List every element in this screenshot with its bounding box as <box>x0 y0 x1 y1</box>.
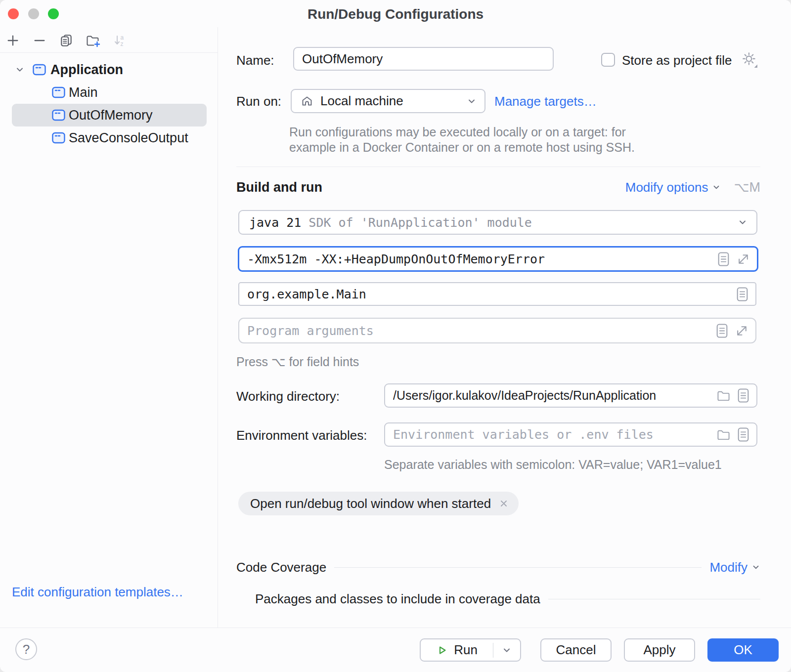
working-directory-label: Working directory: <box>236 389 340 404</box>
run-on-help-text: Run configurations may be executed local… <box>289 125 635 155</box>
gear-icon <box>742 51 757 68</box>
name-field <box>293 47 554 71</box>
environment-variables-hint: Separate variables with semicolon: VAR=v… <box>384 457 722 472</box>
chevron-down-icon <box>502 645 512 655</box>
tree-node-outofmemory-selected[interactable]: OutOfMemory <box>12 104 207 126</box>
chevron-down-icon <box>751 563 760 572</box>
jre-select[interactable]: java 21 SDK of 'RunApplication' module <box>238 210 757 235</box>
footer: ? Run Cancel Apply OK <box>0 628 791 672</box>
copy-icon <box>59 34 73 47</box>
code-coverage-title: Code Coverage <box>236 560 326 575</box>
macros-list-icon[interactable] <box>716 323 728 338</box>
new-folder-icon <box>86 34 100 47</box>
coverage-modify-link[interactable]: Modify <box>709 560 760 575</box>
tree-node-label: OutOfMemory <box>69 108 153 123</box>
tree-node-application[interactable]: Application <box>0 58 123 81</box>
chevron-down-icon[interactable] <box>15 65 25 75</box>
add-configuration-button[interactable] <box>4 32 22 49</box>
svg-text:z: z <box>121 41 124 47</box>
minus-icon <box>33 34 46 47</box>
remove-configuration-button[interactable] <box>31 32 48 49</box>
tree-node-main[interactable]: Main <box>0 81 98 104</box>
application-icon <box>52 109 65 121</box>
name-input[interactable] <box>294 48 553 70</box>
remove-tag-button[interactable] <box>499 499 509 508</box>
run-button[interactable]: Run <box>421 639 493 661</box>
program-arguments-input[interactable] <box>239 319 716 342</box>
close-icon <box>499 499 509 508</box>
cancel-button[interactable]: Cancel <box>540 638 612 662</box>
section-rule <box>334 567 702 568</box>
modify-options-shortcut: ⌥M <box>734 179 760 195</box>
run-on-value: Local machine <box>320 93 403 109</box>
vm-options-field <box>238 246 758 272</box>
macros-list-icon[interactable] <box>717 252 730 267</box>
open-tool-window-tag: Open run/debug tool window when started <box>238 492 519 515</box>
program-arguments-field <box>238 318 756 343</box>
svg-text:a: a <box>121 34 124 41</box>
toolbar-divider <box>0 52 218 53</box>
chevron-down-icon <box>712 183 721 192</box>
local-machine-icon <box>301 95 313 108</box>
run-debug-configurations-dialog: Run/Debug Configurations <box>0 0 791 672</box>
sidebar-toolbar: a z <box>4 30 129 51</box>
environment-variables-input[interactable] <box>385 423 717 446</box>
application-icon <box>52 86 65 98</box>
apply-button[interactable]: Apply <box>624 638 695 662</box>
vm-options-input[interactable] <box>239 248 717 270</box>
modify-options-label: Modify options <box>625 180 708 195</box>
main-class-field <box>238 282 756 306</box>
manage-targets-link[interactable]: Manage targets… <box>494 94 597 109</box>
edit-configuration-templates-link[interactable]: Edit configuration templates… <box>12 585 183 600</box>
coverage-packages-row: Packages and classes to include in cover… <box>255 589 760 609</box>
help-button[interactable]: ? <box>15 638 37 660</box>
jre-value: java 21 <box>249 215 301 230</box>
working-directory-input[interactable] <box>385 384 717 407</box>
name-label: Name: <box>236 53 274 68</box>
question-mark-icon: ? <box>23 642 30 657</box>
run-on-select[interactable]: Local machine <box>291 89 485 113</box>
environment-variables-field <box>384 422 757 447</box>
coverage-packages-label: Packages and classes to include in cover… <box>255 591 540 607</box>
ok-button[interactable]: OK <box>707 638 779 662</box>
browse-folder-icon[interactable] <box>717 428 730 441</box>
titlebar: Run/Debug Configurations <box>0 0 791 27</box>
modify-options-link[interactable]: Modify options <box>625 180 721 195</box>
new-folder-button[interactable] <box>84 32 102 49</box>
field-hints-text: Press ⌥ for field hints <box>236 354 359 370</box>
plus-icon <box>6 34 20 47</box>
store-as-project-file-checkbox[interactable] <box>601 53 615 67</box>
sort-az-icon: a z <box>113 34 127 47</box>
environment-variables-label: Environment variables: <box>236 428 367 443</box>
section-rule <box>548 599 760 599</box>
browse-class-icon[interactable] <box>736 287 748 302</box>
chevron-down-icon <box>467 96 477 106</box>
tree-node-label: Main <box>69 85 98 100</box>
store-as-project-file-label: Store as project file <box>622 53 732 68</box>
build-and-run-title: Build and run <box>236 180 322 195</box>
code-coverage-section: Code Coverage Modify <box>236 557 760 577</box>
tree-node-saveconsoleoutput[interactable]: SaveConsoleOutput <box>0 126 188 149</box>
tree-node-label: Application <box>50 62 123 78</box>
sort-configurations-button[interactable]: a z <box>111 32 129 49</box>
build-and-run-header: Build and run Modify options ⌥M <box>236 178 760 197</box>
run-split-button: Run <box>420 638 521 662</box>
variables-list-icon[interactable] <box>737 427 749 442</box>
tag-label: Open run/debug tool window when started <box>250 496 491 511</box>
application-icon <box>33 64 46 76</box>
copy-configuration-button[interactable] <box>57 32 75 49</box>
run-options-button[interactable] <box>493 639 520 661</box>
run-play-icon <box>436 644 448 656</box>
browse-folder-icon[interactable] <box>717 389 730 402</box>
expand-field-icon[interactable] <box>735 324 748 337</box>
coverage-modify-label: Modify <box>709 560 747 575</box>
expand-field-icon[interactable] <box>737 252 750 266</box>
main-class-input[interactable] <box>239 283 736 305</box>
section-divider <box>236 167 760 167</box>
run-button-label: Run <box>454 642 478 658</box>
working-directory-field <box>384 383 757 408</box>
chevron-down-icon <box>738 217 747 227</box>
store-settings-button[interactable] <box>742 51 757 68</box>
macros-list-icon[interactable] <box>737 388 749 403</box>
sidebar-divider <box>218 27 218 628</box>
